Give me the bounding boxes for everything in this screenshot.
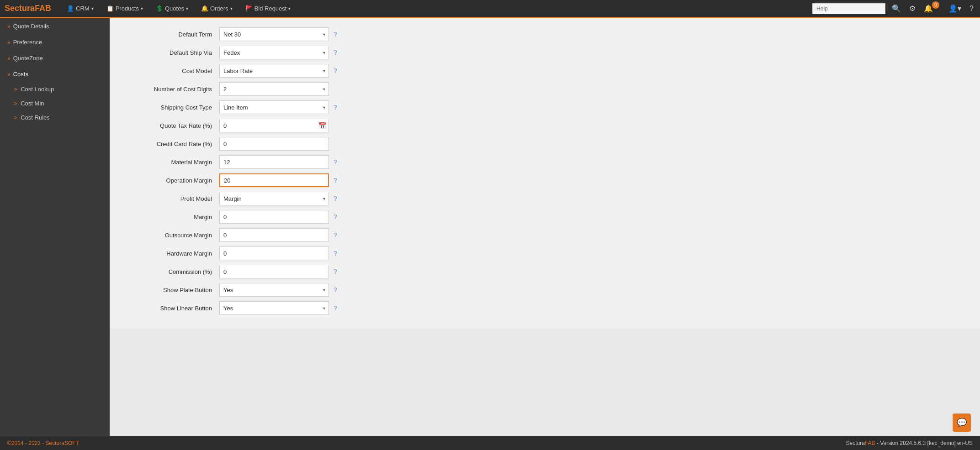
nav-crm[interactable]: 👤 CRM ▾ [60, 0, 100, 18]
notification-badge: 0 [932, 1, 939, 9]
shipping-cost-type-label: Shipping Cost Type [128, 104, 219, 111]
commission-label: Commission (%) [128, 268, 219, 275]
quote-tax-rate-input-wrapper: 📅 [219, 119, 329, 132]
num-cost-digits-select[interactable]: 1234 [219, 82, 329, 96]
default-ship-via-select-wrapper: FedexUPSUSPS ▾ [219, 46, 329, 59]
sidebar-item-costs[interactable]: » Costs [0, 66, 110, 82]
sidebar-item-quote-details[interactable]: » Quote Details [0, 18, 110, 34]
nav-bid-request[interactable]: 🚩 Bid Request ▾ [239, 0, 297, 18]
quotezone-arrow-icon: » [7, 55, 11, 62]
calendar-icon: 📅 [318, 122, 326, 129]
cost-model-select[interactable]: Labor RateLine Item [219, 64, 329, 78]
credit-card-rate-input[interactable] [219, 137, 329, 151]
sidebar-item-label: Costs [13, 71, 28, 78]
help-icon[interactable]: ? [968, 5, 975, 13]
nav-products[interactable]: 📋 Products ▾ [100, 0, 149, 18]
nav-orders[interactable]: 🔔 Orders ▾ [195, 0, 239, 18]
cost-min-arrow-icon: > [14, 100, 17, 107]
margin-help-icon[interactable]: ? [334, 213, 337, 220]
outsource-margin-input[interactable] [219, 228, 329, 242]
main-content: Default Term Net 30Net 60Net 90 ▾ ? Defa… [110, 18, 980, 436]
num-cost-digits-label: Number of Cost Digits [128, 86, 219, 93]
commission-help-icon[interactable]: ? [334, 268, 337, 275]
material-margin-label: Material Margin [128, 159, 219, 166]
nav-quotes[interactable]: 💲 Quotes ▾ [149, 0, 195, 18]
cost-model-row: Cost Model Labor RateLine Item ▾ ? [128, 64, 962, 78]
default-ship-via-select[interactable]: FedexUPSUSPS [219, 46, 329, 59]
orders-dropdown-arrow: ▾ [230, 6, 233, 11]
show-linear-button-help-icon[interactable]: ? [334, 304, 337, 312]
show-linear-button-label: Show Linear Button [128, 305, 219, 312]
cost-model-help-icon[interactable]: ? [334, 67, 337, 74]
hardware-margin-input[interactable] [219, 246, 329, 260]
profit-model-select[interactable]: MarginMarkup [219, 192, 329, 205]
main-layout: » Quote Details » Preference » QuoteZone… [0, 18, 980, 436]
operation-margin-help-icon[interactable]: ? [334, 177, 337, 184]
show-plate-button-select[interactable]: YesNo [219, 283, 329, 297]
material-margin-input[interactable] [219, 155, 329, 169]
margin-row: Margin ? [128, 210, 962, 224]
shipping-cost-type-select[interactable]: Line ItemTotal [219, 100, 329, 114]
profit-model-select-wrapper: MarginMarkup ▾ [219, 192, 329, 205]
credit-card-rate-row: Credit Card Rate (%) [128, 137, 962, 151]
sidebar-item-cost-min[interactable]: > Cost Min [0, 96, 110, 110]
chat-bubble-button[interactable]: 💬 [953, 413, 971, 432]
commission-input[interactable] [219, 265, 329, 278]
costs-arrow-icon: » [7, 71, 11, 78]
preference-arrow-icon: » [7, 39, 11, 46]
sidebar-sub-item-label: Cost Lookup [21, 86, 54, 93]
operation-margin-input[interactable] [219, 173, 329, 187]
sidebar-item-cost-rules[interactable]: > Cost Rules [0, 110, 110, 125]
default-ship-via-label: Default Ship Via [128, 49, 219, 56]
quote-details-arrow-icon: » [7, 23, 11, 30]
default-term-select-wrapper: Net 30Net 60Net 90 ▾ [219, 27, 329, 41]
material-margin-help-icon[interactable]: ? [334, 158, 337, 166]
outsource-margin-help-icon[interactable]: ? [334, 231, 337, 239]
default-term-label: Default Term [128, 31, 219, 38]
show-plate-button-row: Show Plate Button YesNo ▾ ? [128, 283, 962, 297]
quotes-dropdown-arrow: ▾ [186, 6, 188, 11]
default-ship-via-row: Default Ship Via FedexUPSUSPS ▾ ? [128, 46, 962, 59]
sidebar-item-cost-lookup[interactable]: > Cost Lookup [0, 82, 110, 96]
brand-suffix: FAB [35, 4, 51, 13]
show-plate-button-help-icon[interactable]: ? [334, 286, 337, 293]
crm-dropdown-arrow: ▾ [91, 6, 94, 11]
footer: ©2014 - 2023 - SecturaSOFT SecturaFAB - … [0, 436, 980, 450]
shipping-cost-type-help-icon[interactable]: ? [334, 104, 337, 111]
credit-card-rate-label: Credit Card Rate (%) [128, 141, 219, 147]
profit-model-help-icon[interactable]: ? [334, 195, 337, 202]
footer-left: ©2014 - 2023 - SecturaSOFT [7, 440, 79, 446]
quote-tax-rate-row: Quote Tax Rate (%) 📅 [128, 119, 962, 132]
show-linear-button-select[interactable]: YesNo [219, 301, 329, 315]
settings-icon[interactable]: ⚙ [907, 4, 917, 13]
margin-input[interactable] [219, 210, 329, 224]
num-cost-digits-row: Number of Cost Digits 1234 ▾ [128, 82, 962, 96]
default-ship-via-help-icon[interactable]: ? [334, 49, 337, 56]
sidebar: » Quote Details » Preference » QuoteZone… [0, 18, 110, 436]
margin-label: Margin [128, 214, 219, 220]
hardware-margin-help-icon[interactable]: ? [334, 250, 337, 257]
top-navigation: SecturaFAB 👤 CRM ▾ 📋 Products ▾ 💲 Quotes… [0, 0, 980, 18]
quote-tax-rate-label: Quote Tax Rate (%) [128, 122, 219, 129]
sidebar-sub-item-label: Cost Rules [21, 114, 50, 121]
help-search-input[interactable] [812, 3, 885, 14]
commission-row: Commission (%) ? [128, 265, 962, 278]
user-icon[interactable]: 👤▾ [947, 4, 963, 13]
brand-prefix: Sectura [5, 4, 35, 13]
operation-margin-label: Operation Margin [128, 177, 219, 184]
search-icon[interactable]: 🔍 [890, 4, 903, 13]
cost-model-label: Cost Model [128, 68, 219, 74]
sidebar-item-label: QuoteZone [13, 55, 43, 62]
sidebar-item-quotezone[interactable]: » QuoteZone [0, 50, 110, 66]
sidebar-item-preference[interactable]: » Preference [0, 34, 110, 50]
show-linear-button-row: Show Linear Button YesNo ▾ ? [128, 301, 962, 315]
hardware-margin-label: Hardware Margin [128, 250, 219, 257]
sidebar-item-label: Preference [13, 39, 42, 46]
brand-logo[interactable]: SecturaFAB [5, 4, 51, 13]
default-term-help-icon[interactable]: ? [334, 31, 337, 38]
cost-lookup-arrow-icon: > [14, 86, 17, 93]
quote-tax-rate-input[interactable] [219, 119, 329, 132]
default-term-select[interactable]: Net 30Net 60Net 90 [219, 27, 329, 41]
show-plate-button-label: Show Plate Button [128, 287, 219, 293]
num-cost-digits-select-wrapper: 1234 ▾ [219, 82, 329, 96]
